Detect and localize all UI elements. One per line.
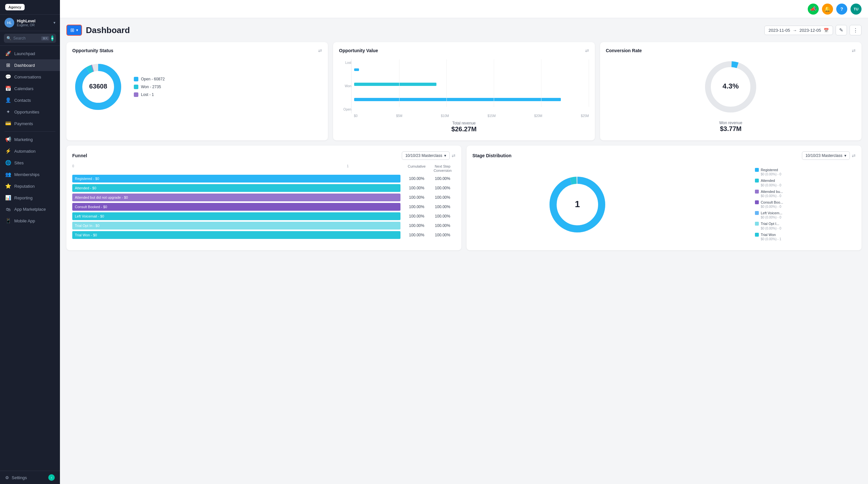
stage-label: Trial Opt I... [761,221,781,226]
sidebar-item-label: Calendars [14,86,33,91]
sidebar-item-payments[interactable]: 💳 Payments [0,118,60,129]
user-avatar-button[interactable]: TU [850,4,862,14]
y-label-won: Won [339,84,351,88]
won-dot [134,85,138,89]
stage-dot-consult-booked [755,200,759,204]
card-title: Conversion Rate [606,48,642,53]
funnel-x-axis-row: 0 1 Cumulative Next Step Conversion [72,164,456,173]
stage-legend-text-consult: Consult Boo... $0 (0.00%) - 0 [761,200,783,209]
bar-won [354,83,436,86]
donut-container: 63608 Open - 60872 Won - 2735 [72,58,322,116]
sidebar-item-contacts[interactable]: 👤 Contacts [0,94,60,106]
sidebar-item-label: Memberships [14,172,39,177]
sidebar-item-dashboard[interactable]: ⊞ Dashboard [0,59,60,71]
calendars-icon: 📅 [5,86,11,91]
help-button[interactable]: ? [836,4,847,14]
stage-legend: Registered $0 (0.00%) - 0 Attended $0 (0… [755,168,783,241]
bar-open [354,98,560,101]
funnel-settings-icon[interactable]: ⇄ [452,153,456,158]
card-settings-icon[interactable]: ⇄ [852,48,856,53]
chevron-down-icon: ▾ [444,153,446,158]
donut-chart: 63608 [72,61,124,113]
page-header: ⊞ ▾ Dashboard 2023-11-05 → 2023-12-05 📅 … [66,25,862,36]
sidebar-collapse-button[interactable]: ‹ [48,474,55,481]
stage-legend-text-attended-no-upgrade: Attended bu... $0 (0.00%) - 0 [761,189,783,198]
funnel-row-left-voicemail: Left Voicemail - $0 100.00% 100.00% [72,212,456,220]
funnel-nextstep-trial-opt-in: 100.00% [430,223,456,228]
stage-dropdown-label: 10/10/23 Masterclass [805,153,842,158]
sidebar-item-label: Opportunities [14,110,39,115]
sidebar-item-settings[interactable]: ⚙ Settings [5,475,27,480]
funnel-bar-trial-won: Trial Won - $0 [72,231,400,239]
funnel-bar-area: Consult Booked - $0 [72,203,404,211]
funnel-title: Funnel [72,153,87,158]
stage-legend-left-voicemail: Left Voicem... $0 (0.00%) - 0 [755,211,783,219]
sidebar-item-opportunities[interactable]: ✦ Opportunities [0,106,60,118]
sidebar-item-automation[interactable]: ⚡ Automation [0,145,60,157]
notifications-button[interactable]: 🔔 [822,4,833,14]
sidebar-item-conversations[interactable]: 💬 Conversations [0,71,60,83]
card-settings-icon[interactable]: ⇄ [585,48,589,53]
donut-legend: Open - 60872 Won - 2735 Lost - 1 [134,77,164,97]
funnel-bar-attended-no-upgrade: Attended but did not upgrade - $0 [72,193,400,201]
chevron-down-icon: ▾ [844,153,846,158]
funnel-card: Funnel 10/10/23 Masterclass ▾ ⇄ 0 1 [66,146,461,250]
funnel-cumulative-trial-opt-in: 100.00% [404,223,430,228]
header-actions: 2023-11-05 → 2023-12-05 📅 ✎ ⋮ [764,25,862,35]
sidebar-item-memberships[interactable]: 👥 Memberships [0,169,60,180]
conversations-icon: 💬 [5,74,11,80]
sidebar-item-label: Contacts [14,98,31,103]
funnel-nextstep-consult: 100.00% [430,205,456,209]
x-label-25m: $25M [581,114,589,118]
marketing-icon: 📢 [5,137,11,142]
more-options-button[interactable]: ⋮ [849,25,862,35]
search-input[interactable] [13,36,39,40]
sidebar-item-reputation[interactable]: ⭐ Reputation [0,180,60,192]
legend-item-won: Won - 2735 [134,85,164,89]
date-range-picker[interactable]: 2023-11-05 → 2023-12-05 📅 [764,26,833,35]
main-content: 📣 🔔 ? TU ⊞ ▾ Dashboard 2023-11-05 → 2023… [60,0,868,484]
funnel-cumulative-attended: 100.00% [404,186,430,190]
edit-button[interactable]: ✎ [836,25,847,35]
sidebar-item-label: Sites [14,160,24,165]
account-avatar: HL [4,18,14,28]
stage-distribution-title: Stage Distribution [472,153,512,158]
stage-distribution-dropdown[interactable]: 10/10/23 Masterclass ▾ [802,151,850,160]
sidebar-item-launchpad[interactable]: 🚀 Launchpad [0,48,60,59]
stage-legend-registered: Registered $0 (0.00%) - 0 [755,168,783,176]
contacts-icon: 👤 [5,97,11,103]
stage-label: Left Voicem... [761,211,782,215]
sidebar-item-calendars[interactable]: 📅 Calendars [0,83,60,94]
sidebar-item-marketing[interactable]: 📢 Marketing [0,133,60,145]
funnel-dropdown[interactable]: 10/10/23 Masterclass ▾ [402,151,450,160]
funnel-nextstep-trial-won: 100.00% [430,233,456,237]
sidebar-item-mobile-app[interactable]: 📱 Mobile App [0,215,60,226]
conversion-donut: 4.3% [702,58,760,116]
sites-icon: 🌐 [5,160,11,165]
mobile-app-icon: 📱 [5,218,11,224]
sidebar-item-app-marketplace[interactable]: 🛍 App Marketplace [0,204,60,215]
megaphone-button[interactable]: 📣 [808,4,819,14]
conversion-container: 4.3% Won revenue $3.77M [606,58,856,132]
stage-dot-left-voicemail [755,211,759,215]
stage-distribution-header: Stage Distribution 10/10/23 Masterclass … [472,151,856,160]
stage-label: Attended bu... [761,189,783,194]
sidebar-item-sites[interactable]: 🌐 Sites [0,157,60,169]
reputation-icon: ⭐ [5,183,11,189]
account-name: HighLevel [17,19,54,23]
automation-icon: ⚡ [5,148,11,154]
stage-settings-icon[interactable]: ⇄ [852,153,856,158]
dashboard-toggle-button[interactable]: ⊞ ▾ [66,25,82,36]
account-switcher[interactable]: HL HighLevel Eugene, OR ▾ [0,14,60,31]
search-plus-button[interactable]: + [51,35,54,41]
opportunity-value-card: Opportunity Value ⇄ Lost Won Open [333,42,594,140]
top-cards-row: Opportunity Status ⇄ 63608 [66,42,862,140]
sidebar-item-reporting[interactable]: 📊 Reporting [0,192,60,204]
stage-legend-attended-no-upgrade: Attended bu... $0 (0.00%) - 0 [755,189,783,198]
stage-sub: $0 (0.00%) - 0 [761,194,783,198]
bottom-row: Funnel 10/10/23 Masterclass ▾ ⇄ 0 1 [66,146,862,250]
calendar-icon: 📅 [824,28,829,33]
stage-donut-chart: 1 [545,172,610,237]
card-settings-icon[interactable]: ⇄ [318,48,322,53]
funnel-bar-registered: Registered - $0 [72,175,400,183]
